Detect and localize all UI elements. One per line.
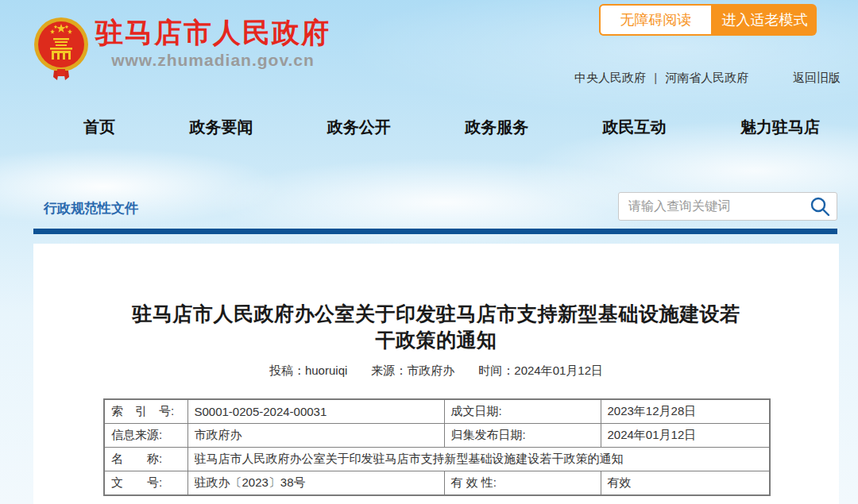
doc-name-label: 名 称:: [104, 448, 187, 471]
index-number-value: S0001-0205-2024-00031: [187, 399, 444, 424]
barrier-free-reading-button[interactable]: 无障碍阅读: [599, 4, 713, 36]
gov-links-row: 中央人民政府 | 河南省人民政府 返回旧版: [574, 71, 841, 86]
nav-item-interaction[interactable]: 政民互动: [603, 117, 667, 137]
meta-submitter-value: huoruiqi: [305, 364, 347, 377]
table-row: 信息来源: 市政府办 归集发布日期: 2024年01月12日: [104, 424, 770, 448]
meta-source-value: 市政府办: [407, 364, 454, 377]
validity-value: 有效: [601, 471, 770, 496]
article-card: 驻马店市人民政府办公室关于印发驻马店市支持新型基础设施建设若干政策的通知 投稿：…: [33, 244, 839, 504]
doc-name-value: 驻马店市人民政府办公室关于印发驻马店市支持新型基础设施建设若干政策的通知: [187, 448, 770, 471]
meta-time-label: 时间：: [478, 364, 514, 377]
meta-submitter-label: 投稿：: [269, 364, 305, 377]
nav-item-charm[interactable]: 魅力驻马店: [740, 117, 820, 137]
table-row: 索 引 号: S0001-0205-2024-00031 成文日期: 2023年…: [104, 399, 770, 424]
breadcrumb: 行政规范性文件: [44, 199, 138, 217]
info-source-value: 市政府办: [187, 424, 444, 448]
meta-source: 来源：市政府办: [371, 364, 454, 379]
search-icon[interactable]: [810, 196, 830, 217]
site-title-block: 驻马店市人民政府 www.zhumadian.gov.cn: [95, 14, 330, 70]
table-row: 文 号: 驻政办〔2023〕38号 有 效 性: 有效: [104, 471, 770, 496]
issue-date-value: 2023年12月28日: [601, 399, 770, 424]
info-source-label: 信息来源:: [104, 424, 187, 448]
search-box: [618, 192, 837, 221]
site-logo[interactable]: 驻马店市人民政府 www.zhumadian.gov.cn: [33, 14, 330, 81]
index-number-label: 索 引 号:: [104, 399, 187, 424]
national-emblem-icon: [33, 14, 89, 81]
meta-source-label: 来源：: [371, 364, 407, 377]
document-info-table: 索 引 号: S0001-0205-2024-00031 成文日期: 2023年…: [103, 398, 771, 496]
nav-item-disclosure[interactable]: 政务公开: [327, 117, 391, 137]
nav-item-home[interactable]: 首页: [83, 117, 115, 137]
table-row: 名 称: 驻马店市人民政府办公室关于印发驻马店市支持新型基础设施建设若干政策的通…: [104, 448, 770, 471]
nav-item-services[interactable]: 政务服务: [465, 117, 528, 137]
meta-submitter: 投稿：huoruiqi: [269, 364, 347, 379]
main-nav: 首页 政务要闻 政务公开 政务服务 政民互动 魅力驻马店: [83, 117, 820, 137]
meta-time-value: 2024年01月12日: [514, 364, 603, 377]
page: 驻马店市人民政府 www.zhumadian.gov.cn 无障碍阅读 进入适老…: [0, 0, 858, 504]
section-divider-bar: [33, 229, 837, 234]
gov-links-group: 中央人民政府 | 河南省人民政府: [574, 71, 748, 86]
doc-number-label: 文 号:: [104, 471, 187, 496]
elder-mode-button[interactable]: 进入适老模式: [713, 4, 817, 36]
validity-label: 有 效 性:: [444, 471, 601, 496]
link-separator: |: [654, 71, 657, 84]
old-version-link[interactable]: 返回旧版: [793, 71, 841, 86]
doc-number-value: 驻政办〔2023〕38号: [187, 471, 444, 496]
search-input[interactable]: [627, 198, 810, 214]
henan-gov-link[interactable]: 河南省人民政府: [665, 71, 748, 84]
article-title: 驻马店市人民政府办公室关于印发驻马店市支持新型基础设施建设若干政策的通知: [122, 244, 750, 353]
accessibility-toggle: 无障碍阅读 进入适老模式: [599, 4, 817, 36]
site-url: www.zhumadian.gov.cn: [111, 51, 315, 70]
publish-date-label: 归集发布日期:: [444, 424, 601, 448]
article-meta: 投稿：huoruiqi 来源：市政府办 时间：2024年01月12日: [33, 364, 839, 379]
site-name: 驻马店市人民政府: [95, 14, 330, 51]
publish-date-value: 2024年01月12日: [601, 424, 770, 448]
central-gov-link[interactable]: 中央人民政府: [574, 71, 646, 84]
nav-item-news[interactable]: 政务要闻: [189, 117, 253, 137]
meta-time: 时间：2024年01月12日: [478, 364, 603, 379]
issue-date-label: 成文日期:: [444, 399, 601, 424]
